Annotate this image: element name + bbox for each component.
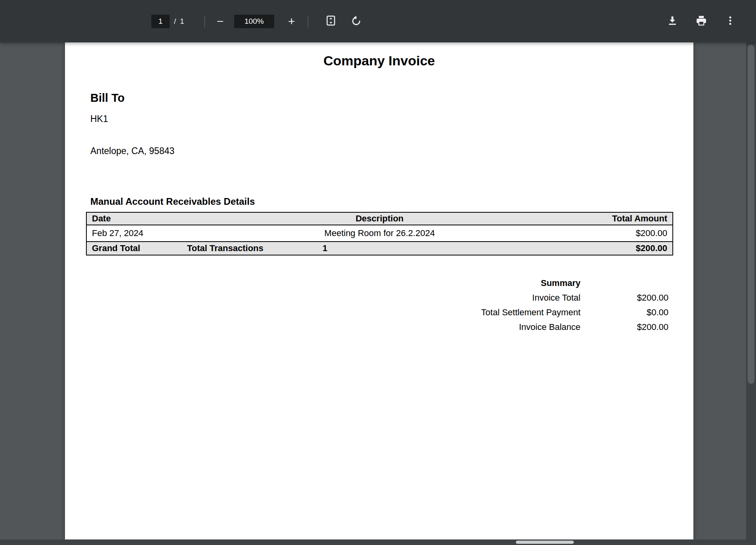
receivables-heading: Manual Account Receivables Details bbox=[90, 196, 255, 207]
toolbar-center-controls: 1 / 1 − 100% + bbox=[151, 0, 365, 42]
more-options-icon bbox=[724, 15, 736, 28]
horizontal-scrollbar[interactable] bbox=[0, 539, 756, 545]
download-icon bbox=[666, 15, 678, 28]
table-grand-total-row: Grand Total Total Transactions 1 $200.00 bbox=[87, 241, 672, 255]
summary-section: Summary Invoice Total $200.00 Total Sett… bbox=[481, 276, 668, 334]
download-button[interactable] bbox=[664, 13, 681, 30]
page-divider-label: / bbox=[174, 17, 176, 26]
summary-row-invoice-balance: Invoice Balance $200.00 bbox=[481, 320, 668, 334]
fit-page-icon bbox=[325, 15, 337, 28]
fit-page-button[interactable] bbox=[322, 13, 340, 30]
summary-label: Invoice Balance bbox=[519, 322, 580, 332]
page-total-label: 1 bbox=[180, 17, 184, 26]
horizontal-scrollbar-thumb[interactable] bbox=[516, 541, 574, 544]
summary-value: $200.00 bbox=[580, 322, 668, 332]
column-header-total-amount: Total Amount bbox=[523, 213, 667, 224]
cell-amount: $200.00 bbox=[523, 228, 667, 238]
table-header-row: Date Description Total Amount bbox=[87, 213, 672, 225]
receivables-table: Date Description Total Amount Feb 27, 20… bbox=[86, 212, 673, 255]
column-header-description: Description bbox=[236, 213, 523, 224]
print-icon bbox=[695, 15, 707, 28]
page-count: / 1 bbox=[174, 17, 184, 26]
table-row: Feb 27, 2024 Meeting Room for 26.2.2024 … bbox=[87, 225, 672, 241]
cell-date: Feb 27, 2024 bbox=[92, 228, 236, 238]
total-transactions-count: 1 bbox=[323, 243, 636, 253]
bill-to-heading: Bill To bbox=[90, 91, 124, 105]
toolbar-divider bbox=[308, 15, 308, 27]
summary-heading-row: Summary bbox=[481, 276, 668, 290]
vertical-scrollbar-thumb[interactable] bbox=[748, 45, 754, 384]
summary-label: Invoice Total bbox=[532, 293, 580, 303]
bill-to-name: HK1 bbox=[90, 114, 108, 124]
zoom-level-input[interactable]: 100% bbox=[234, 15, 274, 28]
zoom-out-icon: − bbox=[217, 15, 224, 27]
toolbar-divider bbox=[204, 15, 205, 27]
cell-description: Meeting Room for 26.2.2024 bbox=[236, 228, 523, 238]
more-options-button[interactable] bbox=[722, 13, 739, 30]
invoice-title: Company Invoice bbox=[65, 53, 693, 69]
summary-value: $0.00 bbox=[580, 307, 668, 318]
toolbar-right-controls bbox=[664, 0, 739, 42]
zoom-in-button[interactable]: + bbox=[283, 13, 300, 30]
summary-heading: Summary bbox=[541, 278, 580, 288]
zoom-out-button[interactable]: − bbox=[212, 13, 229, 30]
zoom-in-icon: + bbox=[288, 15, 295, 27]
pdf-document-page: Company Invoice Bill To HK1 Antelope, CA… bbox=[65, 42, 693, 539]
summary-label: Total Settlement Payment bbox=[481, 307, 580, 318]
pdf-viewer: { "toolbar": { "page_current": "1", "pag… bbox=[0, 0, 756, 545]
summary-row-settlement-payment: Total Settlement Payment $0.00 bbox=[481, 305, 668, 320]
vertical-scrollbar[interactable] bbox=[746, 42, 756, 545]
grand-total-amount: $200.00 bbox=[636, 243, 667, 253]
bill-to-address: Antelope, CA, 95843 bbox=[90, 146, 174, 156]
summary-value: $200.00 bbox=[580, 293, 668, 303]
total-transactions-label: Total Transactions bbox=[187, 243, 323, 253]
rotate-counterclockwise-icon bbox=[350, 15, 362, 28]
page-number-input[interactable]: 1 bbox=[151, 15, 170, 28]
summary-row-invoice-total: Invoice Total $200.00 bbox=[481, 290, 668, 305]
grand-total-label: Grand Total bbox=[92, 243, 187, 253]
print-button[interactable] bbox=[693, 13, 710, 30]
pdf-toolbar: 1 / 1 − 100% + bbox=[0, 0, 756, 42]
rotate-button[interactable] bbox=[347, 13, 365, 30]
column-header-date: Date bbox=[92, 213, 236, 224]
